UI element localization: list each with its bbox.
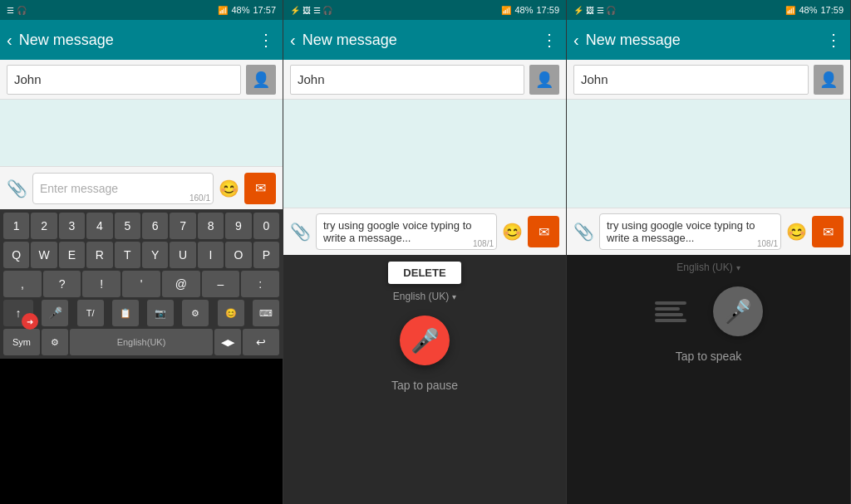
contact-icon-1[interactable]: 👤	[246, 65, 276, 95]
mic-button-2[interactable]: 🎤	[400, 316, 450, 365]
lang-text-3: English (UK)	[676, 262, 732, 273]
key-at[interactable]: @	[162, 271, 200, 297]
status-bar-left-3: ⚡ 🖼 ☰ 🎧	[573, 6, 616, 15]
key-t[interactable]: T	[115, 242, 140, 268]
key-clipboard-tool[interactable]: 📋	[112, 300, 139, 326]
status-bar-3: ⚡ 🖼 ☰ 🎧 📶 48% 17:59	[567, 0, 850, 20]
key-mic-tool[interactable]: 🎤	[42, 300, 68, 326]
attach-icon-3[interactable]: 📎	[573, 222, 594, 242]
key-0[interactable]: 0	[253, 213, 279, 239]
red-arrow: ➜	[22, 313, 38, 330]
compose-message-2: try using google voice typing to write a…	[323, 219, 472, 244]
key-7[interactable]: 7	[170, 213, 195, 239]
contact-icon-2[interactable]: 👤	[529, 65, 559, 95]
contact-icon-3[interactable]: 👤	[814, 65, 844, 95]
key-w[interactable]: W	[31, 242, 57, 268]
key-3[interactable]: 3	[59, 213, 85, 239]
key-text-tool[interactable]: T/	[77, 300, 104, 326]
to-field-container-1: 👤	[0, 60, 283, 100]
delete-label: DELETE	[403, 267, 445, 279]
key-sym[interactable]: Sym	[3, 329, 40, 355]
lang-chevron-2: ▾	[452, 292, 456, 301]
key-photo-tool[interactable]: 📷	[147, 300, 174, 326]
status-bar-right-2: 📶 48% 17:59	[501, 5, 559, 15]
key-settings-tool[interactable]: ⚙	[182, 300, 209, 326]
keyboard-numbers-row: 1 2 3 4 5 6 7 8 9 0	[2, 213, 281, 239]
attach-icon-1[interactable]: 📎	[7, 179, 27, 198]
placeholder-text-1: Enter message	[40, 182, 118, 195]
to-input-2[interactable]	[290, 65, 524, 95]
menu-button-3[interactable]: ⋮	[825, 30, 844, 50]
key-keyboard-tool[interactable]: ⌨	[253, 300, 279, 326]
key-e[interactable]: E	[59, 242, 85, 268]
attach-icon-2[interactable]: 📎	[290, 222, 311, 242]
contact-icon-symbol: 👤	[252, 71, 270, 89]
to-input-3[interactable]	[573, 65, 809, 95]
compose-text-2[interactable]: try using google voice typing to write a…	[316, 213, 497, 250]
wifi-icon: 📶	[218, 6, 228, 15]
voice-section-2: DELETE English (UK) ▾ 🎤 Tap to pause	[283, 255, 566, 504]
mic-button-3[interactable]: 🎤	[713, 286, 763, 336]
key-2[interactable]: 2	[31, 213, 57, 239]
status-icons-left: ☰ 🎧	[7, 6, 27, 15]
key-1[interactable]: 1	[3, 213, 29, 239]
lang-chevron-3: ▾	[736, 263, 740, 272]
keyboard-q-row: Q W E R T Y U I O P	[2, 242, 281, 268]
to-input-1[interactable]	[7, 65, 241, 95]
compose-text-3[interactable]: try using google voice typing to write a…	[599, 213, 781, 250]
key-5[interactable]: 5	[115, 213, 140, 239]
key-r[interactable]: R	[86, 242, 112, 268]
delete-popup[interactable]: DELETE	[388, 262, 460, 284]
key-dash[interactable]: –	[202, 271, 240, 297]
key-settings-bottom[interactable]: ⚙	[42, 329, 68, 355]
mic-icon-3: 🎤	[723, 298, 752, 325]
key-emoji-tool[interactable]: 😊	[218, 300, 244, 326]
key-6[interactable]: 6	[142, 213, 168, 239]
phone-panel-1: ☰ 🎧 📶 48% 17:57 ‹ New message ⋮ 👤 📎 Ente…	[0, 0, 283, 504]
to-field-container-2: 👤	[283, 60, 566, 100]
time-1: 17:57	[253, 5, 276, 15]
key-colon[interactable]: :	[241, 271, 279, 297]
send-button-3[interactable]: ✉	[812, 216, 844, 247]
menu-button-1[interactable]: ⋮	[258, 30, 276, 50]
menu-button-2[interactable]: ⋮	[541, 30, 559, 50]
compose-wrapper-1: Enter message 160/1	[32, 173, 214, 204]
emoji-icon-3[interactable]: 😊	[786, 222, 807, 242]
emoji-icon-2[interactable]: 😊	[502, 222, 523, 242]
back-button-2[interactable]: ‹	[290, 31, 296, 50]
message-area-1	[0, 100, 283, 166]
keyboard-tool-row: ↑ ➜ 🎤 T/ 📋 📷 ⚙ 😊 ⌨	[2, 300, 281, 326]
voice-hint-3: Tap to speak	[676, 350, 741, 363]
key-arrows[interactable]: ◀▶	[214, 329, 241, 355]
key-comma[interactable]: ,	[3, 271, 42, 297]
key-space[interactable]: English(UK)	[70, 329, 213, 355]
wifi-icon-3: 📶	[785, 6, 795, 15]
keyboard-icon-3[interactable]	[655, 301, 686, 322]
key-9[interactable]: 9	[225, 213, 251, 239]
compose-placeholder-1[interactable]: Enter message	[32, 173, 214, 204]
send-button-2[interactable]: ✉	[528, 216, 559, 247]
key-o[interactable]: O	[225, 242, 251, 268]
key-u[interactable]: U	[170, 242, 195, 268]
title-2: New message	[303, 32, 541, 49]
key-p[interactable]: P	[253, 242, 279, 268]
key-q[interactable]: Q	[3, 242, 29, 268]
time-3: 17:59	[820, 5, 844, 15]
key-4[interactable]: 4	[86, 213, 112, 239]
key-i[interactable]: I	[198, 242, 224, 268]
key-8[interactable]: 8	[198, 213, 224, 239]
send-button-1[interactable]: ✉	[244, 173, 276, 204]
key-question[interactable]: ?	[43, 271, 81, 297]
key-y[interactable]: Y	[142, 242, 168, 268]
mic-icon-2: 🎤	[411, 327, 440, 355]
shift-key[interactable]: ↑ ➜	[3, 300, 33, 326]
key-exclaim[interactable]: !	[82, 271, 121, 297]
back-button-1[interactable]: ‹	[7, 31, 12, 50]
back-button-3[interactable]: ‹	[573, 31, 579, 50]
top-bar-2: ‹ New message ⋮	[283, 20, 566, 60]
send-icon-2: ✉	[539, 224, 549, 240]
key-apos[interactable]: '	[122, 271, 160, 297]
key-enter[interactable]: ↩	[243, 329, 279, 355]
keyboard-special-row: , ? ! ' @ – :	[2, 271, 281, 297]
emoji-icon-1[interactable]: 😊	[219, 179, 239, 198]
